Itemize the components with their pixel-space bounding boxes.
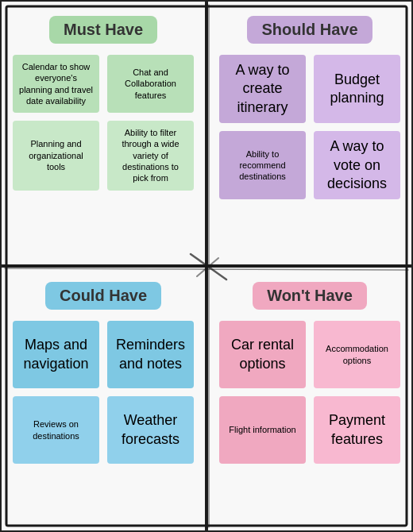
quadrant-should-have: Should Have A way to create itinerary Bu…: [206, 0, 413, 266]
sticky-budget: Budget planning: [314, 55, 400, 123]
sticky-weather: Weather forecasts: [107, 396, 194, 464]
moscow-board: Must Have Calendar to show everyone's pl…: [0, 0, 413, 532]
could-have-grid: Maps and navigation Reminders and notes …: [13, 321, 194, 464]
wont-have-title: Won't Have: [253, 282, 367, 310]
should-have-grid: A way to create itinerary Budget plannin…: [219, 55, 400, 199]
quadrant-wont-have: Won't Have Car rental options Accommodat…: [206, 266, 413, 532]
sticky-reminders: Reminders and notes: [107, 321, 194, 388]
wont-have-grid: Car rental options Accommodation options…: [219, 321, 400, 464]
sticky-maps: Maps and navigation: [13, 321, 99, 388]
quadrant-could-have: Could Have Maps and navigation Reminders…: [0, 266, 206, 532]
must-have-title: Must Have: [49, 16, 157, 44]
must-have-grid: Calendar to show everyone's planning and…: [13, 55, 194, 191]
sticky-itinerary: A way to create itinerary: [219, 55, 306, 123]
sticky-calendar: Calendar to show everyone's planning and…: [13, 55, 99, 113]
should-have-title: Should Have: [247, 16, 372, 44]
sticky-filter: Ability to filter through a wide variety…: [107, 121, 194, 190]
could-have-title: Could Have: [45, 282, 161, 310]
sticky-payment: Payment features: [314, 396, 400, 464]
quadrant-must-have: Must Have Calendar to show everyone's pl…: [0, 0, 206, 266]
sticky-vote: A way to vote on decisions: [314, 131, 400, 199]
sticky-accommodation: Accommodation options: [314, 321, 400, 388]
sticky-flight: Flight information: [219, 396, 306, 464]
sticky-reviews: Reviews on destinations: [13, 396, 99, 464]
sticky-car-rental: Car rental options: [219, 321, 306, 388]
sticky-recommend: Ability to recommend destinations: [219, 131, 306, 199]
sticky-planning: Planning and organizational tools: [13, 121, 99, 190]
sticky-chat: Chat and Collaboration features: [107, 55, 194, 113]
